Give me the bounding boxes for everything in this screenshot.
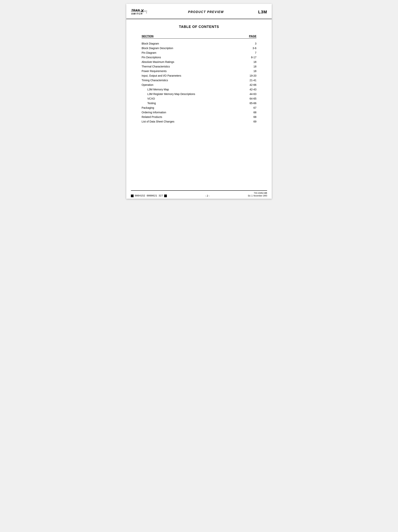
toc-row: Input, Output and I/O Parameters19-20 [142,73,256,78]
toc-row: Block Diagram Description3-6 [142,46,256,51]
header-product-preview: PRODUCT PREVIEW [154,10,258,14]
toc-page-number: 7 [245,51,256,54]
toc-page-number: 69 [245,120,256,123]
toc-page-number: 42-66 [245,83,256,86]
toc-row: Block Diagram3 [142,41,256,46]
document-page: TRAN X SWITCH ® PRODUCT PREVIEW L3M TABL… [126,4,272,199]
toc-section-name: Pin Descriptions [142,56,245,59]
toc-section-name: Input, Output and I/O Parameters [142,74,245,77]
footer-content: 9004152 0000621 327 - 2 - TXC-03452-MB E… [126,191,272,199]
toc-section-name: L3M Memory Map [147,88,245,91]
main-content: TABLE OF CONTENTS SECTION PAGE Block Dia… [126,19,272,130]
toc-page-header: PAGE [249,35,256,38]
toc-section-name: VCXO [147,97,245,100]
toc-section-name: Block Diagram [142,42,245,45]
toc-rows: Block Diagram3Block Diagram Description3… [142,41,256,124]
toc-page-number: 18 [245,60,256,63]
toc-section-name: Pin Diagram [142,51,245,54]
toc-row: Pin Descriptions8-17 [142,55,256,60]
company-logo: TRAN X SWITCH ® [131,7,154,17]
toc-row: Power Requirements18 [142,69,256,73]
toc-section-name: Operation [142,83,245,86]
toc-row: L3M Register Memory Map Descriptions44-6… [142,92,256,96]
footer-reference: TXC-03452-MB Ed. 2, November 1993 [248,192,267,197]
toc-page-number: 64-65 [245,97,256,100]
page-number: - 2 - [167,194,248,197]
page-footer: 9004152 0000621 327 - 2 - TXC-03452-MB E… [126,190,272,199]
toc-header-row: SECTION PAGE [142,35,256,38]
toc-row: Testing65-66 [142,101,256,106]
toc-page-number: 68 [245,111,256,114]
toc-page-number: 3 [245,42,256,45]
footer-barcode: 9004152 0000621 327 [131,194,167,197]
toc-section-name: Absolute Maximum Ratings [142,60,245,63]
barcode-text: 9004152 0000621 327 [135,194,163,197]
header-product-name: L3M [258,10,267,14]
toc-page-number: 42-43 [245,88,256,91]
toc-row: Thermal Characteristics18 [142,64,256,69]
toc-row: Absolute Maximum Ratings18 [142,60,256,64]
toc-page-number: 67 [245,106,256,109]
toc-row: Pin Diagram7 [142,51,256,55]
toc-page-number: 18 [245,70,256,73]
toc-page-number: 8-17 [245,56,256,59]
toc-section-name: Power Requirements [142,70,245,73]
toc-page-number: 19-20 [245,74,256,77]
toc-row: List of Data Sheet Changes69 [142,119,256,124]
toc-page-number: 68 [245,115,256,119]
toc-section-name: Packaging [142,106,245,109]
barcode-icon-end [164,195,167,197]
toc-section-name: List of Data Sheet Changes [142,120,245,123]
toc-section-name: Timing Characteristics [142,79,245,82]
barcode-icon [131,195,134,197]
svg-text:®: ® [146,12,147,13]
toc-row: Packaging67 [142,106,256,110]
toc-page-number: 21-41 [245,79,256,82]
svg-text:SWITCH: SWITCH [131,13,143,15]
toc-section-name: Testing [147,102,245,105]
svg-text:TRAN: TRAN [131,9,140,12]
toc-section-name: L3M Register Memory Map Descriptions [147,93,245,95]
toc-row: VCXO64-65 [142,96,256,101]
toc-section-name: Related Products [142,115,245,119]
toc-page-number: 65-66 [245,102,256,105]
toc-page-number: 18 [245,65,256,68]
toc-page-number: 3-6 [245,47,256,50]
toc-row: Ordering Information68 [142,110,256,115]
page-header: TRAN X SWITCH ® PRODUCT PREVIEW L3M [126,4,272,19]
toc-row: Related Products68 [142,115,256,119]
toc-row: L3M Memory Map42-43 [142,87,256,92]
toc-section-name: Thermal Characteristics [142,65,245,68]
toc-row: Timing Characteristics21-41 [142,78,256,82]
toc-row: Operation42-66 [142,82,256,87]
toc-section-header: SECTION [142,35,153,38]
toc-section-name: Block Diagram Description [142,47,245,50]
toc-title: TABLE OF CONTENTS [142,25,256,29]
toc-section-name: Ordering Information [142,111,245,114]
toc-table: SECTION PAGE Block Diagram3Block Diagram… [142,35,256,124]
toc-page-number: 44-63 [245,93,256,95]
